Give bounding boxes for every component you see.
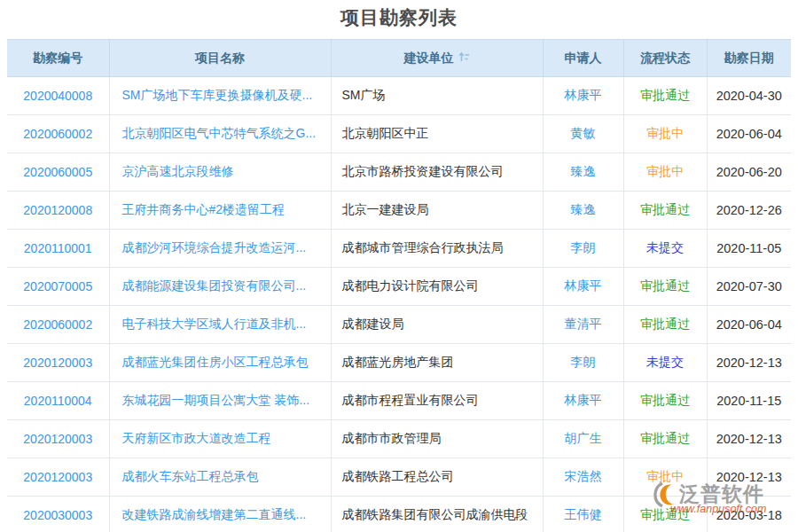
- applicant-link[interactable]: 董清平: [565, 317, 602, 331]
- status-cell: 审批通过: [623, 268, 707, 306]
- project-name-link[interactable]: 天府新区市政大道改造工程: [122, 431, 271, 445]
- survey-code-link[interactable]: 2020120003: [23, 432, 92, 446]
- applicant-link[interactable]: 李朗: [571, 355, 596, 369]
- applicant-cell: 黄敏: [543, 115, 623, 153]
- table-row: 2020070005 成都能源建设集团投资有限公司... 成都电力设计院有限公司…: [7, 268, 791, 306]
- survey-date: 2020-06-04: [707, 115, 791, 153]
- status-cell: 审批中: [623, 115, 707, 153]
- header-label: 申请人: [565, 51, 602, 65]
- survey-date: 2020-04-30: [707, 77, 791, 115]
- project-name-link[interactable]: 改建铁路成渝线增建第二直通线...: [122, 507, 307, 521]
- survey-date: 2020-06-04: [707, 306, 791, 344]
- survey-code-link[interactable]: 2020040008: [23, 89, 92, 103]
- table-row: 2020120003 成都蓝光集团住房小区工程总承包 成都蓝光房地产集团 李朗 …: [7, 344, 791, 382]
- status-text: 审批通过: [640, 507, 690, 521]
- status-cell: 审批中: [623, 458, 707, 497]
- project-name-cell: 北京朝阳区电气中芯特气系统之G...: [109, 115, 331, 153]
- applicant-link[interactable]: 黄敏: [571, 126, 596, 140]
- status-text: 审批通过: [640, 88, 690, 102]
- construction-unit: 北京市路桥投资建设有限公司: [331, 153, 543, 192]
- project-name-link[interactable]: 京沪高速北京段维修: [122, 164, 234, 178]
- survey-code-link[interactable]: 2020060005: [23, 165, 92, 179]
- survey-code-link[interactable]: 2020110004: [24, 394, 92, 408]
- applicant-cell: 王伟健: [543, 497, 623, 532]
- applicant-link[interactable]: 林康平: [565, 393, 602, 407]
- survey-code-link[interactable]: 2020120008: [23, 203, 92, 217]
- survey-code-link[interactable]: 2020110001: [24, 241, 92, 255]
- header-applicant: 申请人: [543, 40, 623, 77]
- survey-date: 2020-07-30: [707, 268, 791, 306]
- project-name-link[interactable]: 成都能源建设集团投资有限公司...: [122, 278, 307, 293]
- project-name-link[interactable]: 成都蓝光集团住房小区工程总承包: [122, 355, 309, 369]
- survey-date: 2020-11-15: [707, 382, 791, 420]
- status-cell: 审批通过: [623, 77, 707, 115]
- table-row: 2020120003 成都火车东站工程总承包 成都铁路工程总公司 宋浩然 审批中…: [7, 458, 791, 497]
- survey-table: 勘察编号 项目名称 建设单位 申请人 流程状态 勘察日期 2: [7, 39, 791, 532]
- survey-code-cell: 2020060002: [7, 115, 109, 153]
- project-name-link[interactable]: 北京朝阳区电气中芯特气系统之G...: [122, 126, 317, 140]
- applicant-link[interactable]: 宋浩然: [565, 469, 602, 483]
- header-project-name: 项目名称: [109, 40, 331, 77]
- project-name-link[interactable]: 电子科技大学区域人行道及非机...: [122, 317, 307, 331]
- header-label: 勘察日期: [724, 51, 774, 65]
- project-name-link[interactable]: 成都火车东站工程总承包: [122, 469, 259, 483]
- status-text: 未提交: [646, 355, 684, 369]
- applicant-link[interactable]: 王伟健: [565, 507, 602, 521]
- status-text: 审批通过: [640, 393, 690, 407]
- status-text: 审批中: [646, 126, 684, 140]
- survey-code-link[interactable]: 2020060002: [23, 127, 92, 141]
- survey-code-cell: 2020030003: [7, 497, 109, 532]
- project-name-cell: 东城花园一期项目公寓大堂 装饰...: [109, 382, 331, 420]
- project-name-cell: 成都能源建设集团投资有限公司...: [109, 268, 331, 306]
- table-header-row: 勘察编号 项目名称 建设单位 申请人 流程状态 勘察日期: [7, 40, 791, 77]
- status-text: 审批通过: [640, 278, 690, 293]
- project-name-link[interactable]: 成都沙河环境综合提升改造运河...: [122, 240, 307, 254]
- construction-unit: 成都铁路工程总公司: [331, 458, 543, 497]
- project-name-link[interactable]: SM广场地下车库更换摄像机及硬...: [122, 88, 313, 102]
- survey-code-cell: 2020110001: [7, 230, 109, 268]
- construction-unit: 成都电力设计院有限公司: [331, 268, 543, 306]
- survey-table-body: 2020040008 SM广场地下车库更换摄像机及硬... SM广场 林康平 审…: [7, 77, 791, 532]
- status-text: 审批中: [646, 469, 684, 483]
- project-name-cell: 成都蓝光集团住房小区工程总承包: [109, 344, 331, 382]
- header-survey-date: 勘察日期: [707, 40, 791, 77]
- construction-unit: 成都建设局: [331, 306, 543, 344]
- table-row: 2020120008 王府井商务中心#2楼遗留工程 北京一建建设局 臻逸 审批通…: [7, 192, 791, 230]
- status-text: 审批通过: [640, 431, 690, 445]
- construction-unit: 成都铁路集团有限公司成渝供电段: [331, 497, 543, 532]
- header-label: 建设单位: [404, 51, 454, 65]
- applicant-link[interactable]: 臻逸: [571, 202, 596, 216]
- project-name-cell: 成都火车东站工程总承包: [109, 458, 331, 497]
- table-row: 2020110001 成都沙河环境综合提升改造运河... 成都城市管理综合行政执…: [7, 230, 791, 268]
- survey-code-link[interactable]: 2020060002: [23, 317, 92, 332]
- applicant-cell: 李朗: [543, 230, 623, 268]
- project-name-cell: 王府井商务中心#2楼遗留工程: [109, 192, 331, 230]
- survey-code-link[interactable]: 2020030003: [23, 508, 92, 522]
- project-name-cell: 天府新区市政大道改造工程: [109, 420, 331, 458]
- status-text: 未提交: [646, 240, 684, 254]
- applicant-cell: 李朗: [543, 344, 623, 382]
- survey-date: 2020-06-20: [707, 153, 791, 192]
- construction-unit: 成都城市管理综合行政执法局: [331, 230, 543, 268]
- applicant-link[interactable]: 胡广生: [565, 431, 602, 445]
- applicant-link[interactable]: 李朗: [571, 240, 596, 254]
- sort-ascending-icon[interactable]: [458, 51, 470, 66]
- project-name-link[interactable]: 东城花园一期项目公寓大堂 装饰...: [122, 393, 310, 407]
- survey-date: 2020-12-13: [707, 344, 791, 382]
- survey-code-link[interactable]: 2020070005: [23, 279, 92, 293]
- applicant-cell: 林康平: [543, 77, 623, 115]
- survey-date: 2020-11-05: [707, 230, 791, 268]
- survey-code-link[interactable]: 2020120003: [23, 356, 92, 370]
- construction-unit: 成都市程程置业有限公司: [331, 382, 543, 420]
- survey-code-link[interactable]: 2020120003: [23, 470, 92, 484]
- applicant-link[interactable]: 臻逸: [571, 164, 596, 178]
- applicant-link[interactable]: 林康平: [565, 88, 602, 102]
- header-construction-unit[interactable]: 建设单位: [331, 40, 543, 77]
- status-text: 审批通过: [640, 202, 690, 216]
- project-name-link[interactable]: 王府井商务中心#2楼遗留工程: [122, 202, 286, 216]
- applicant-link[interactable]: 林康平: [565, 278, 602, 293]
- table-row: 2020120003 天府新区市政大道改造工程 成都市市政管理局 胡广生 审批通…: [7, 420, 791, 458]
- survey-date: 2020-12-26: [707, 192, 791, 230]
- project-name-cell: 电子科技大学区域人行道及非机...: [109, 306, 331, 344]
- construction-unit: 北京朝阳区中正: [331, 115, 543, 153]
